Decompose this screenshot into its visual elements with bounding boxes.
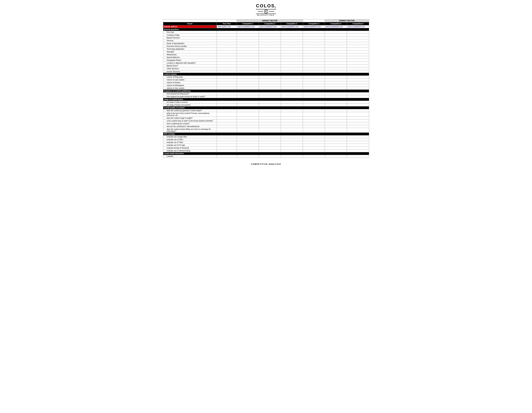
- cell-yourfirm: [217, 112, 237, 117]
- cell-yourfirm: [217, 117, 237, 119]
- table-row: volume of ebooks: [163, 81, 369, 84]
- row-label: Special Alliances: [163, 56, 217, 59]
- row-label: how frequent do posts include an ebook o…: [163, 95, 217, 98]
- cell-comp5: [325, 79, 347, 81]
- cell-comp2: [259, 144, 281, 147]
- cell-comp6: [347, 45, 369, 48]
- cell-comp5: [325, 39, 347, 42]
- cell-comp5: [325, 45, 347, 48]
- cell-comp3: [281, 37, 303, 39]
- cell-comp3: [281, 76, 303, 79]
- row-label: Areas of Specialization: [163, 42, 217, 45]
- cell-comp2: [259, 149, 281, 152]
- row-label: volume of misc. assets: [163, 87, 217, 90]
- cell-comp3: [281, 79, 303, 81]
- cell-comp2: [259, 122, 281, 125]
- table-row: does the content go granular? Is there d…: [163, 109, 369, 112]
- cell-comp6: [347, 138, 369, 141]
- section-header-1: content volume: [163, 73, 369, 76]
- cell-comp6: [347, 104, 369, 107]
- cell-comp3: [281, 56, 303, 59]
- cell-comp6: [347, 95, 369, 98]
- empty-header-2: [217, 20, 237, 22]
- cell-comp4: [303, 76, 325, 79]
- cell-comp5: [325, 109, 347, 112]
- table-row: list range of topics covered: [163, 101, 369, 104]
- cell-comp2: [259, 147, 281, 149]
- cell-comp6: [347, 79, 369, 81]
- cell-comp4: [303, 125, 325, 128]
- section-header-4: overall quality of content: [163, 107, 369, 109]
- cell-comp2: [259, 101, 281, 104]
- row-label: evaluate use of page titles: [163, 136, 217, 138]
- cell-comp1: [237, 117, 259, 119]
- table-row: does the content require filling out a f…: [163, 128, 369, 133]
- cell-comp4: [303, 79, 325, 81]
- table-row: Firm Size: [163, 31, 369, 34]
- cell-comp4: [303, 92, 325, 95]
- cell-comp2: [259, 138, 281, 141]
- cell-comp3: [281, 65, 303, 67]
- cell-comp3: [281, 70, 303, 73]
- row-label: evaluate density of keywords: [163, 147, 217, 149]
- cell-comp6: [347, 84, 369, 87]
- cell-comp5: [325, 155, 347, 158]
- col-comp1-header: Competitor 1: [237, 22, 259, 25]
- cell-comp5: [325, 84, 347, 87]
- cell-comp5: [325, 65, 347, 67]
- table-row: does the content range in length?: [163, 117, 369, 119]
- cell-comp5: [325, 92, 347, 95]
- cell-yourfirm: [217, 81, 237, 84]
- cell-comp5: [325, 34, 347, 37]
- cell-comp3: [281, 141, 303, 144]
- col-factor-header: Factor: [163, 22, 217, 25]
- cell-comp5: [325, 37, 347, 39]
- cell-comp6: [347, 122, 369, 125]
- cell-comp1: [237, 42, 259, 45]
- cell-comp6: [347, 70, 369, 73]
- cell-comp4: [303, 84, 325, 87]
- section-label: social media interaction: [163, 152, 369, 155]
- row-label: volume of case studies: [163, 79, 217, 81]
- table-row: evaluate density of keywords: [163, 147, 369, 149]
- row-label: Strengths: [163, 50, 217, 53]
- cell-comp3: [281, 101, 303, 104]
- row-label: Firm Size: [163, 31, 217, 34]
- cell-comp4: [303, 101, 325, 104]
- website-address-row: website address www.myfirm.com www.compe…: [163, 25, 369, 28]
- empty-header-3: [303, 20, 325, 22]
- cell-comp5: [325, 50, 347, 53]
- cell-comp6: [347, 144, 369, 147]
- table-row: Market Presence: [163, 37, 369, 39]
- col-comp6-header: Competitor 6: [347, 22, 369, 25]
- cell-comp5: [325, 149, 347, 152]
- cell-comp1: [237, 122, 259, 125]
- row-label: Technology Application: [163, 48, 217, 50]
- cell-comp6: [347, 155, 369, 158]
- cell-comp2: [259, 76, 281, 79]
- comp4-url: www.competitor4.com: [303, 25, 325, 28]
- table-row: LinkedIn: [163, 155, 369, 158]
- section-label: SEO strategy: [163, 133, 369, 136]
- cell-comp4: [303, 31, 325, 34]
- cell-comp5: [325, 31, 347, 34]
- row-label: does the content go granular? Is there d…: [163, 109, 217, 112]
- cell-comp4: [303, 136, 325, 138]
- row-label: does the content range in length?: [163, 117, 217, 119]
- cell-comp2: [259, 125, 281, 128]
- cell-yourfirm: [217, 92, 237, 95]
- cell-yourfirm: [217, 87, 237, 90]
- cell-yourfirm: [217, 95, 237, 98]
- col-comp4-header: Competitor 4: [303, 22, 325, 25]
- market-sector-label-2: MARKET SECTOR: [325, 20, 369, 22]
- cell-comp1: [237, 31, 259, 34]
- cell-comp3: [281, 42, 303, 45]
- cell-comp6: [347, 136, 369, 138]
- cell-comp2: [259, 112, 281, 117]
- cell-comp3: [281, 138, 303, 141]
- footer-text: COMPETITIVE ANALYSIS: [163, 163, 369, 165]
- cell-comp3: [281, 104, 303, 107]
- row-label: who is authoring the content?: [163, 122, 217, 125]
- cell-comp3: [281, 62, 303, 65]
- row-label: Market Share?: [163, 65, 217, 67]
